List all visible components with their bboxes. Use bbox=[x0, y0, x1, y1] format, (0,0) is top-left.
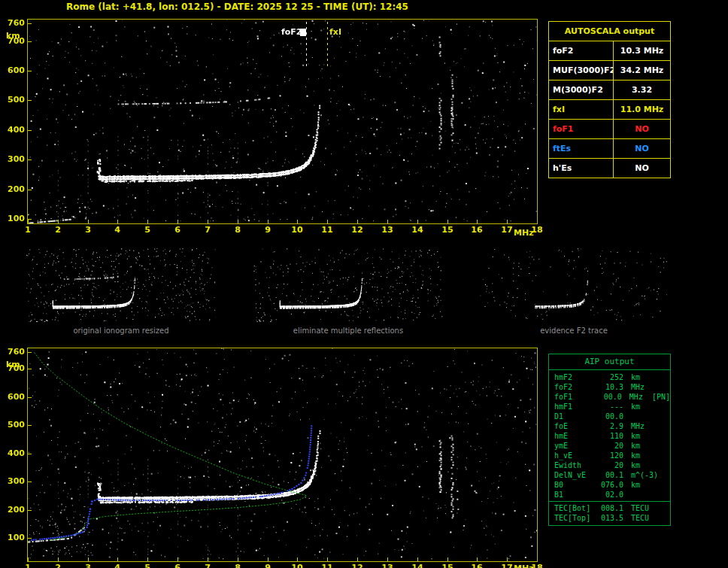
aip-row-label: hmE bbox=[554, 431, 596, 441]
y-tick-label: 760 bbox=[5, 347, 25, 357]
x-tick-label: 14 bbox=[411, 563, 423, 568]
aip-row-label: foF1 bbox=[554, 392, 596, 402]
aip-tec-unit: TECU bbox=[631, 503, 649, 513]
aip-row: h_vE 120 km bbox=[549, 451, 670, 460]
autoscala-output-panel: AUTOSCALA output foF2 10.3 MHz MUF(3000)… bbox=[548, 21, 671, 178]
autoscala-rows: foF2 10.3 MHz MUF(3000)F2 34.2 MHz M(300… bbox=[549, 41, 670, 178]
aip-row: B1 02.0 bbox=[549, 490, 670, 500]
y-tick-label: 100 bbox=[5, 533, 25, 542]
x-tick-label: 16 bbox=[471, 563, 482, 568]
y-tick-label: 300 bbox=[5, 154, 25, 164]
y-tick-label: 400 bbox=[5, 125, 25, 135]
autoscala-row-value: NO bbox=[614, 120, 670, 138]
x-tick-label: 13 bbox=[381, 563, 393, 568]
autoscala-row: foF2 10.3 MHz bbox=[549, 41, 670, 61]
aip-row-value: 2.9 bbox=[596, 421, 623, 431]
x-tick-label: 6 bbox=[174, 563, 180, 568]
x-tick-label: 16 bbox=[471, 225, 482, 235]
autoscala-row-label: foF1 bbox=[549, 120, 614, 138]
y-tick-label: 300 bbox=[5, 476, 25, 486]
x-tick-label: 11 bbox=[321, 225, 332, 235]
aip-row-value: --- bbox=[596, 402, 623, 412]
mhz-axis-label: MHz bbox=[514, 228, 534, 238]
aip-tec-rows: TEC[Bot] 008.1 TECU TEC[Top] 013.5 TECU bbox=[549, 501, 670, 525]
aip-row-value: 00.0 bbox=[596, 392, 622, 402]
x-tick-label: 10 bbox=[291, 563, 302, 568]
x-tick-label: 17 bbox=[501, 225, 512, 235]
x-tick-label: 3 bbox=[85, 563, 91, 568]
autoscala-row-label: ftEs bbox=[549, 139, 614, 158]
x-tick-label: 10 bbox=[291, 225, 302, 235]
aip-tec-value: 013.5 bbox=[596, 513, 623, 523]
aip-row-unit: km bbox=[631, 402, 640, 412]
autoscala-row: ftEs NO bbox=[549, 139, 670, 159]
km-axis-label: km bbox=[6, 31, 20, 41]
aip-row-label: B0 bbox=[554, 480, 596, 490]
aip-row-unit: km bbox=[631, 480, 640, 490]
autoscala-row-value: NO bbox=[614, 139, 670, 158]
aip-tec-row: TEC[Top] 013.5 TECU bbox=[549, 513, 670, 523]
aip-row-unit: MHz bbox=[631, 421, 645, 431]
autoscala-row-value: NO bbox=[614, 159, 670, 178]
autoscala-row-label: fxI bbox=[549, 100, 614, 119]
aip-row-value: 00.0 bbox=[596, 412, 623, 421]
autoscala-row-label: M(3000)F2 bbox=[549, 80, 614, 99]
x-tick-label: 8 bbox=[235, 225, 241, 235]
aip-row-label: foF2 bbox=[554, 382, 596, 392]
autoscala-row: fxI 11.0 MHz bbox=[549, 100, 670, 120]
aip-row-label: hmF2 bbox=[554, 372, 596, 382]
aip-row-label: D1 bbox=[554, 412, 596, 421]
x-tick-label: 12 bbox=[351, 225, 362, 235]
aip-row-unit: km bbox=[631, 372, 640, 382]
x-tick-label: 15 bbox=[441, 225, 453, 235]
autoscala-row-value: 3.32 bbox=[614, 80, 670, 99]
bottom-ionogram-canvas bbox=[27, 348, 538, 562]
aip-row-value: 20 bbox=[596, 441, 623, 451]
aip-row-value: 20 bbox=[596, 460, 623, 470]
x-tick-label: 7 bbox=[205, 225, 211, 235]
autoscala-row: M(3000)F2 3.32 bbox=[549, 80, 670, 100]
aip-tec-unit: TECU bbox=[631, 513, 649, 523]
aip-row-value: 120 bbox=[596, 451, 623, 460]
aip-row-unit: MHz bbox=[631, 382, 645, 392]
x-tick-label: 1 bbox=[25, 563, 31, 568]
aip-row: hmF1 --- km bbox=[549, 402, 670, 412]
aip-row-extra: [PN] bbox=[652, 392, 670, 402]
aip-row-label: foE bbox=[554, 421, 596, 431]
aip-row-value: 02.0 bbox=[596, 490, 623, 500]
aip-row: ymE 20 km bbox=[549, 441, 670, 451]
y-tick-label: 200 bbox=[5, 505, 25, 515]
autoscala-screen: Rome (lat: +41.8, lon: 012.5) - DATE: 20… bbox=[0, 0, 728, 568]
aip-row: foF2 10.3 MHz bbox=[549, 382, 670, 392]
y-tick-label: 200 bbox=[5, 184, 25, 194]
aip-row-unit: km bbox=[631, 460, 640, 470]
aip-row: hmE 110 km bbox=[549, 431, 670, 441]
y-tick-label: 600 bbox=[5, 392, 25, 402]
x-tick-label: 17 bbox=[501, 563, 512, 568]
aip-tec-row: TEC[Bot] 008.1 TECU bbox=[549, 503, 670, 513]
aip-row: DelN_vE 00.1 m^(-3) bbox=[549, 470, 670, 480]
aip-row-value: 076.0 bbox=[596, 480, 623, 490]
top-ionogram-canvas bbox=[27, 19, 538, 224]
x-tick-label: 13 bbox=[381, 225, 393, 235]
aip-row-unit: km bbox=[631, 441, 640, 451]
aip-row-unit: km bbox=[631, 431, 640, 441]
x-tick-label: 5 bbox=[144, 563, 150, 568]
aip-row: B0 076.0 km bbox=[549, 480, 670, 490]
x-tick-label: 9 bbox=[265, 563, 271, 568]
autoscala-output-title: AUTOSCALA output bbox=[549, 22, 670, 41]
autoscala-row-value: 34.2 MHz bbox=[614, 61, 670, 80]
aip-row-value: 00.1 bbox=[596, 470, 623, 480]
aip-row-label: Ewidth bbox=[554, 460, 596, 470]
aip-output-panel: AIP output hmF2 252 km foF2 10.3 MHz foF… bbox=[548, 354, 671, 526]
fof2-marker-label: foF2 bbox=[281, 27, 302, 37]
aip-row: foF1 00.0 MHz [PN] bbox=[549, 392, 670, 402]
x-tick-label: 4 bbox=[114, 225, 120, 235]
aip-tec-label: TEC[Bot] bbox=[554, 503, 596, 513]
x-tick-label: 1 bbox=[25, 225, 31, 235]
aip-tec-label: TEC[Top] bbox=[554, 513, 596, 523]
aip-row-value: 110 bbox=[596, 431, 623, 441]
x-tick-label: 2 bbox=[55, 563, 61, 568]
thumbnail-caption: eliminate multiple reflections bbox=[253, 327, 443, 335]
fxi-marker-label: fxI bbox=[329, 27, 341, 37]
